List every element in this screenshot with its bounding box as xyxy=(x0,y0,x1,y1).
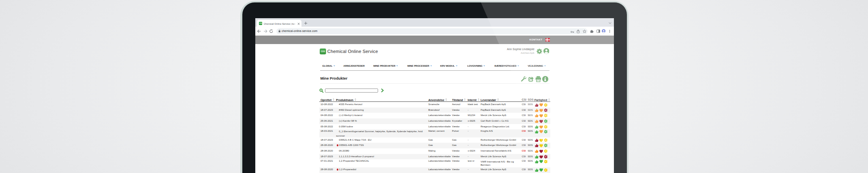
svg-text:COS: COS xyxy=(321,51,325,53)
svg-text:COS: COS xyxy=(259,23,262,25)
